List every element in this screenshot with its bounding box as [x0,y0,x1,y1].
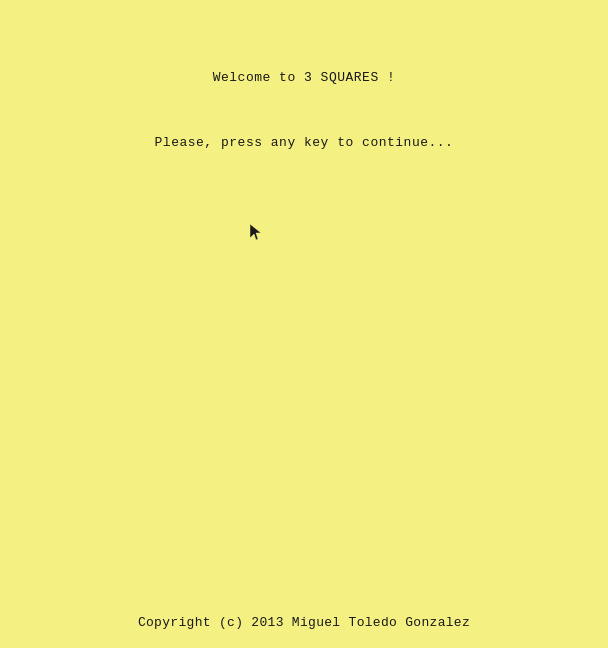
main-screen[interactable]: Welcome to 3 SQUARES ! Please, press any… [0,0,608,648]
svg-marker-0 [250,224,261,240]
mouse-cursor [250,224,261,242]
press-key-prompt: Please, press any key to continue... [0,135,608,150]
copyright-text: Copyright (c) 2013 Miguel Toledo Gonzale… [0,615,608,630]
welcome-title: Welcome to 3 SQUARES ! [0,70,608,85]
